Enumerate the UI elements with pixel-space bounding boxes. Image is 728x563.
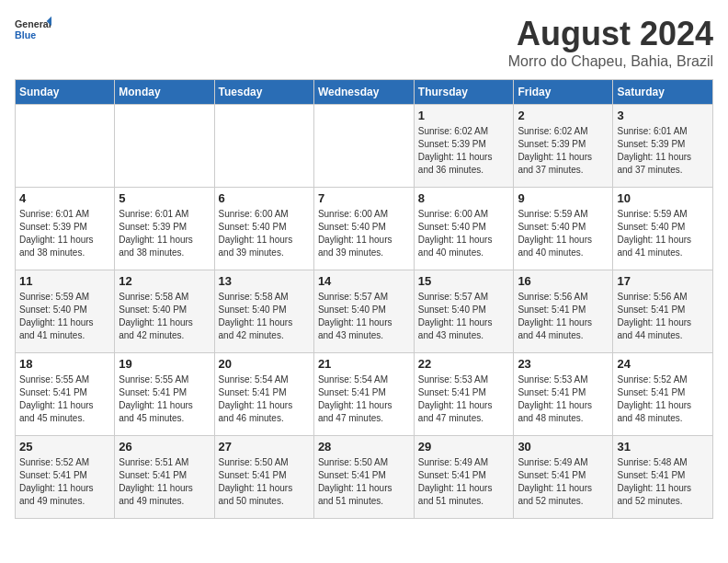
day-info: Sunrise: 5:51 AMSunset: 5:41 PMDaylight:… [119,456,210,508]
table-row: 4Sunrise: 6:01 AMSunset: 5:39 PMDaylight… [16,188,115,270]
day-number: 26 [119,440,210,454]
table-row: 6Sunrise: 6:00 AMSunset: 5:40 PMDaylight… [214,188,313,270]
day-info: Sunrise: 5:59 AMSunset: 5:40 PMDaylight:… [518,208,609,259]
day-info: Sunrise: 5:57 AMSunset: 5:40 PMDaylight:… [418,291,510,342]
table-row: 8Sunrise: 6:00 AMSunset: 5:40 PMDaylight… [414,188,514,270]
day-number: 20 [219,357,310,371]
table-row: 24Sunrise: 5:52 AMSunset: 5:41 PMDayligh… [613,353,713,436]
day-info: Sunrise: 6:01 AMSunset: 5:39 PMDaylight:… [617,125,709,177]
day-number: 29 [418,440,510,454]
day-number: 8 [418,191,510,205]
day-number: 19 [119,357,210,371]
table-row: 19Sunrise: 5:55 AMSunset: 5:41 PMDayligh… [115,353,214,436]
day-number: 15 [418,274,510,288]
table-row: 21Sunrise: 5:54 AMSunset: 5:41 PMDayligh… [313,353,414,436]
day-info: Sunrise: 5:52 AMSunset: 5:41 PMDaylight:… [617,373,709,425]
table-row: 3Sunrise: 6:01 AMSunset: 5:39 PMDaylight… [613,105,713,188]
col-sunday: Sunday [16,80,115,105]
table-row: 11Sunrise: 5:59 AMSunset: 5:40 PMDayligh… [16,270,115,353]
day-info: Sunrise: 6:00 AMSunset: 5:40 PMDaylight:… [418,208,510,259]
table-row: 31Sunrise: 5:48 AMSunset: 5:41 PMDayligh… [613,436,713,519]
day-info: Sunrise: 5:56 AMSunset: 5:41 PMDaylight:… [617,291,709,342]
logo-icon: General Blue [15,15,51,42]
table-row: 17Sunrise: 5:56 AMSunset: 5:41 PMDayligh… [613,270,713,353]
day-number: 22 [418,357,510,371]
col-wednesday: Wednesday [313,80,414,105]
table-row: 22Sunrise: 5:53 AMSunset: 5:41 PMDayligh… [414,353,514,436]
day-number: 24 [617,357,709,371]
day-info: Sunrise: 6:00 AMSunset: 5:40 PMDaylight:… [219,208,310,259]
table-row: 13Sunrise: 5:58 AMSunset: 5:40 PMDayligh… [214,270,313,353]
day-number: 3 [617,109,709,122]
table-row: 27Sunrise: 5:50 AMSunset: 5:41 PMDayligh… [214,436,313,519]
table-row: 9Sunrise: 5:59 AMSunset: 5:40 PMDaylight… [514,188,613,270]
table-row [115,105,214,188]
day-number: 25 [19,440,110,454]
table-row: 18Sunrise: 5:55 AMSunset: 5:41 PMDayligh… [16,353,115,436]
table-row: 29Sunrise: 5:49 AMSunset: 5:41 PMDayligh… [414,436,514,519]
table-row: 16Sunrise: 5:56 AMSunset: 5:41 PMDayligh… [514,270,613,353]
day-info: Sunrise: 5:59 AMSunset: 5:40 PMDaylight:… [19,291,110,342]
col-tuesday: Tuesday [214,80,313,105]
day-number: 13 [219,274,310,288]
table-row [214,105,313,188]
table-row: 20Sunrise: 5:54 AMSunset: 5:41 PMDayligh… [214,353,313,436]
day-info: Sunrise: 5:56 AMSunset: 5:41 PMDaylight:… [518,291,609,342]
svg-text:Blue: Blue [15,29,36,40]
day-number: 6 [219,191,310,205]
day-number: 7 [318,191,410,205]
table-row: 1Sunrise: 6:02 AMSunset: 5:39 PMDaylight… [414,105,514,188]
day-info: Sunrise: 5:59 AMSunset: 5:40 PMDaylight:… [617,208,709,259]
day-number: 17 [617,274,709,288]
svg-text:General: General [15,18,51,29]
table-row [16,105,115,188]
calendar-week-row: 11Sunrise: 5:59 AMSunset: 5:40 PMDayligh… [16,270,713,353]
logo: General Blue [15,15,51,42]
day-number: 28 [318,440,410,454]
table-row: 5Sunrise: 6:01 AMSunset: 5:39 PMDaylight… [115,188,214,270]
day-number: 1 [418,109,510,122]
day-info: Sunrise: 5:58 AMSunset: 5:40 PMDaylight:… [119,291,210,342]
day-number: 11 [19,274,110,288]
calendar-title: August 2024 [508,15,713,53]
calendar-table: Sunday Monday Tuesday Wednesday Thursday… [15,79,713,519]
day-number: 10 [617,191,709,205]
day-info: Sunrise: 6:01 AMSunset: 5:39 PMDaylight:… [119,208,210,259]
day-number: 21 [318,357,410,371]
col-thursday: Thursday [414,80,514,105]
table-row: 12Sunrise: 5:58 AMSunset: 5:40 PMDayligh… [115,270,214,353]
day-info: Sunrise: 5:50 AMSunset: 5:41 PMDaylight:… [318,456,410,508]
day-info: Sunrise: 5:53 AMSunset: 5:41 PMDaylight:… [518,373,609,425]
calendar-week-row: 4Sunrise: 6:01 AMSunset: 5:39 PMDaylight… [16,188,713,270]
day-info: Sunrise: 6:02 AMSunset: 5:39 PMDaylight:… [418,125,510,177]
day-info: Sunrise: 5:57 AMSunset: 5:40 PMDaylight:… [318,291,410,342]
table-row [313,105,414,188]
day-number: 2 [518,109,609,122]
table-row: 26Sunrise: 5:51 AMSunset: 5:41 PMDayligh… [115,436,214,519]
col-friday: Friday [514,80,613,105]
day-info: Sunrise: 5:53 AMSunset: 5:41 PMDaylight:… [418,373,510,425]
table-row: 30Sunrise: 5:49 AMSunset: 5:41 PMDayligh… [514,436,613,519]
calendar-week-row: 25Sunrise: 5:52 AMSunset: 5:41 PMDayligh… [16,436,713,519]
day-number: 9 [518,191,609,205]
calendar-subtitle: Morro do Chapeu, Bahia, Brazil [508,53,713,70]
day-info: Sunrise: 5:55 AMSunset: 5:41 PMDaylight:… [119,373,210,425]
day-info: Sunrise: 5:49 AMSunset: 5:41 PMDaylight:… [418,456,510,508]
table-row: 15Sunrise: 5:57 AMSunset: 5:40 PMDayligh… [414,270,514,353]
table-row: 28Sunrise: 5:50 AMSunset: 5:41 PMDayligh… [313,436,414,519]
table-row: 25Sunrise: 5:52 AMSunset: 5:41 PMDayligh… [16,436,115,519]
day-info: Sunrise: 5:49 AMSunset: 5:41 PMDaylight:… [518,456,609,508]
title-block: August 2024 Morro do Chapeu, Bahia, Braz… [508,15,713,70]
table-row: 23Sunrise: 5:53 AMSunset: 5:41 PMDayligh… [514,353,613,436]
table-row: 2Sunrise: 6:02 AMSunset: 5:39 PMDaylight… [514,105,613,188]
calendar-header-row: Sunday Monday Tuesday Wednesday Thursday… [16,80,713,105]
day-info: Sunrise: 5:58 AMSunset: 5:40 PMDaylight:… [219,291,310,342]
day-number: 16 [518,274,609,288]
day-info: Sunrise: 6:01 AMSunset: 5:39 PMDaylight:… [19,208,110,259]
day-number: 14 [318,274,410,288]
day-info: Sunrise: 5:55 AMSunset: 5:41 PMDaylight:… [19,373,110,425]
day-number: 12 [119,274,210,288]
day-number: 5 [119,191,210,205]
col-saturday: Saturday [613,80,713,105]
day-number: 27 [219,440,310,454]
